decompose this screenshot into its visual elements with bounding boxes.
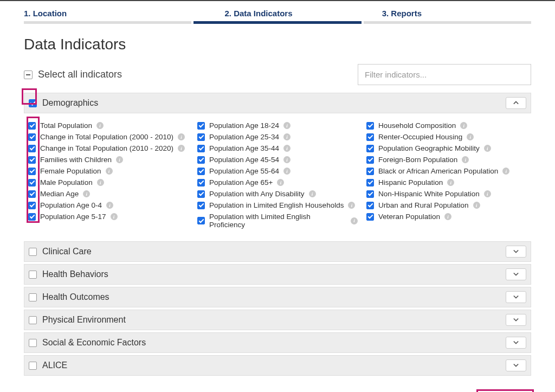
indicator-checkbox[interactable] bbox=[366, 122, 374, 130]
category-checkbox[interactable] bbox=[29, 271, 37, 279]
select-all-row: Select all indicators bbox=[24, 69, 122, 80]
info-icon[interactable]: i bbox=[106, 168, 113, 175]
indicator-label: Non-Hispanic White Population bbox=[378, 190, 480, 198]
indicator-checkbox[interactable] bbox=[28, 202, 36, 209]
info-icon[interactable]: i bbox=[348, 202, 355, 209]
indicator-checkbox[interactable] bbox=[28, 168, 36, 175]
category-checkbox[interactable] bbox=[29, 362, 37, 370]
info-icon[interactable]: i bbox=[97, 179, 104, 186]
info-icon[interactable]: i bbox=[106, 202, 113, 209]
info-icon[interactable]: i bbox=[484, 145, 491, 152]
info-icon[interactable]: i bbox=[484, 190, 491, 197]
category-header-health-outcomes[interactable]: Health Outcomes bbox=[24, 287, 531, 307]
indicator-checkbox[interactable] bbox=[28, 133, 36, 141]
indicator-checkbox[interactable] bbox=[366, 190, 374, 198]
indicator-label: Veteran Population bbox=[378, 213, 440, 221]
filter-input[interactable] bbox=[358, 64, 531, 85]
indicator-checkbox[interactable] bbox=[366, 156, 374, 164]
indicator-label: Families with Children bbox=[40, 156, 112, 164]
indicator-checkbox[interactable] bbox=[28, 213, 36, 221]
indicator-label: Foreign-Born Population bbox=[378, 156, 457, 164]
info-icon[interactable]: i bbox=[460, 122, 467, 129]
step-data-indicators[interactable]: 2. Data Indicators bbox=[173, 5, 333, 21]
indicator-checkbox[interactable] bbox=[28, 145, 36, 152]
info-icon[interactable]: i bbox=[178, 133, 185, 140]
category-header-health-behaviors[interactable]: Health Behaviors bbox=[24, 264, 531, 285]
indicator-checkbox[interactable] bbox=[366, 179, 374, 187]
category-checkbox[interactable] bbox=[29, 248, 37, 256]
info-icon[interactable]: i bbox=[309, 190, 316, 197]
category-header-alice[interactable]: ALICE bbox=[24, 355, 531, 376]
info-icon[interactable]: i bbox=[96, 122, 104, 129]
indicator-checkbox[interactable] bbox=[366, 213, 374, 221]
indicator-checkbox[interactable] bbox=[366, 133, 374, 141]
indicator-checkbox[interactable] bbox=[197, 190, 205, 198]
info-icon[interactable]: i bbox=[502, 168, 509, 175]
indicator-item: Median Agei bbox=[28, 189, 189, 198]
info-icon[interactable]: i bbox=[462, 156, 469, 163]
indicator-checkbox[interactable] bbox=[197, 145, 205, 152]
indicator-checkbox[interactable] bbox=[197, 168, 205, 175]
info-icon[interactable]: i bbox=[178, 145, 185, 152]
indicator-checkbox[interactable] bbox=[28, 156, 36, 164]
indicator-checkbox[interactable] bbox=[366, 168, 374, 175]
category-header-clinical-care[interactable]: Clinical Care bbox=[24, 241, 531, 262]
indicator-checkbox[interactable] bbox=[197, 179, 205, 187]
category-checkbox[interactable] bbox=[29, 316, 37, 324]
category-checkbox[interactable] bbox=[29, 99, 37, 107]
indicator-checkbox[interactable] bbox=[197, 217, 205, 224]
indicator-checkbox[interactable] bbox=[197, 133, 205, 141]
category-checkbox[interactable] bbox=[29, 339, 37, 347]
chevron-down-icon[interactable] bbox=[506, 291, 526, 303]
info-icon[interactable]: i bbox=[277, 179, 284, 186]
indicator-checkbox[interactable] bbox=[197, 202, 205, 209]
chevron-down-icon[interactable] bbox=[506, 314, 526, 326]
indicator-item: Household Compositioni bbox=[366, 121, 527, 130]
indicator-checkbox[interactable] bbox=[366, 145, 374, 152]
indicator-checkbox[interactable] bbox=[28, 122, 36, 130]
info-icon[interactable]: i bbox=[283, 122, 291, 129]
select-all-label: Select all indicators bbox=[38, 69, 122, 80]
chevron-down-icon[interactable] bbox=[506, 337, 526, 349]
indicator-item: Population Age 55-64i bbox=[197, 166, 358, 176]
info-icon[interactable]: i bbox=[116, 156, 123, 163]
indicator-item: Population Age 25-34i bbox=[197, 132, 358, 142]
info-icon[interactable]: i bbox=[467, 133, 474, 140]
indicator-item: Renter-Occupied Housingi bbox=[366, 132, 527, 142]
info-icon[interactable]: i bbox=[283, 156, 291, 163]
indicator-item: Change in Total Population (2000 - 2010)… bbox=[28, 132, 189, 142]
category-header-physical-environment[interactable]: Physical Environment bbox=[24, 310, 531, 330]
chevron-down-icon[interactable] bbox=[506, 268, 526, 280]
info-icon[interactable]: i bbox=[283, 133, 291, 140]
info-icon[interactable]: i bbox=[444, 213, 451, 220]
indicator-label: Urban and Rural Population bbox=[378, 201, 469, 209]
info-icon[interactable]: i bbox=[83, 190, 90, 197]
indicator-label: Population Age 18-24 bbox=[209, 121, 279, 130]
info-icon[interactable]: i bbox=[351, 217, 358, 224]
indicator-item: Population Age 0-4i bbox=[28, 201, 189, 210]
indicator-item: Population Geographic Mobilityi bbox=[366, 144, 527, 153]
chevron-down-icon[interactable] bbox=[506, 359, 526, 371]
info-icon[interactable]: i bbox=[283, 145, 291, 152]
category-checkbox[interactable] bbox=[29, 293, 37, 301]
select-all-checkbox[interactable] bbox=[24, 70, 33, 79]
indicator-label: Population in Limited English Households bbox=[209, 201, 344, 209]
info-icon[interactable]: i bbox=[111, 213, 118, 220]
category-header-social-economic-factors[interactable]: Social & Economic Factors bbox=[24, 332, 531, 353]
chevron-up-icon[interactable] bbox=[506, 97, 526, 109]
indicator-checkbox[interactable] bbox=[197, 156, 205, 164]
indicator-checkbox[interactable] bbox=[197, 122, 205, 130]
info-icon[interactable]: i bbox=[283, 168, 291, 175]
indicator-label: Change in Total Population (2000 - 2010) bbox=[40, 133, 173, 141]
info-icon[interactable]: i bbox=[447, 179, 454, 186]
category-header-demographics[interactable]: Demographics bbox=[24, 93, 531, 113]
indicator-checkbox[interactable] bbox=[28, 190, 36, 198]
indicator-checkbox[interactable] bbox=[28, 179, 36, 187]
chevron-down-icon[interactable] bbox=[506, 246, 526, 258]
info-icon[interactable]: i bbox=[473, 202, 480, 209]
indicator-checkbox[interactable] bbox=[366, 202, 374, 209]
step-reports[interactable]: 3. Reports bbox=[333, 5, 531, 21]
category-label: Clinical Care bbox=[42, 247, 506, 256]
indicator-item: Hispanic Populationi bbox=[366, 178, 527, 187]
step-location[interactable]: 1. Location bbox=[24, 5, 173, 21]
